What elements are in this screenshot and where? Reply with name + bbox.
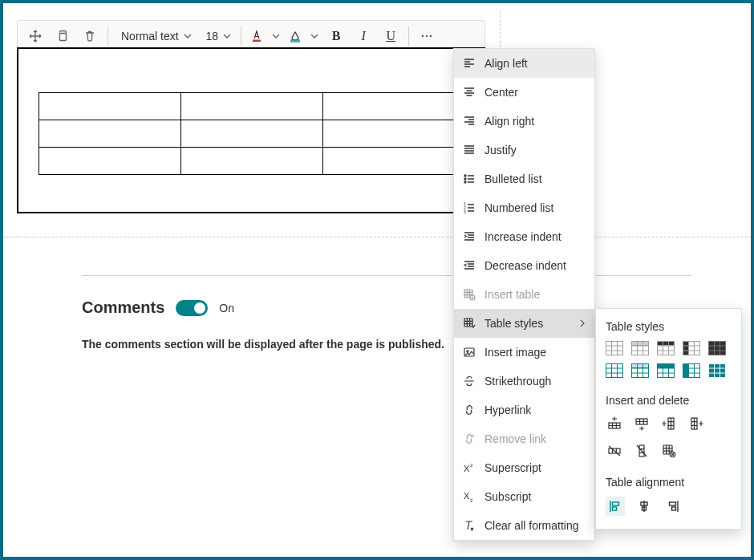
highlight-caret[interactable] (307, 23, 322, 49)
increase-indent-icon (462, 230, 476, 243)
justify-icon (462, 144, 476, 156)
menu-item-insert-image[interactable]: Insert image (454, 338, 594, 367)
svg-rect-29 (606, 364, 623, 378)
text-editor-block[interactable] (17, 47, 485, 213)
table-style-header-teal[interactable] (657, 363, 675, 378)
table-style-filled-dark[interactable] (708, 341, 726, 355)
remove-link-icon (462, 432, 476, 445)
move-icon[interactable] (22, 23, 48, 49)
underline-button[interactable]: U (378, 23, 403, 49)
delete-column-button[interactable] (633, 442, 651, 460)
text-style-select[interactable]: Normal text (113, 23, 197, 49)
svg-rect-34 (683, 364, 689, 378)
menu-item-insert-table: Insert table (454, 280, 594, 309)
table-style-column-dark[interactable] (683, 341, 700, 355)
menu-item-align-left[interactable]: Align left (454, 49, 594, 78)
comments-toggle[interactable] (176, 300, 208, 316)
text-style-label: Normal text (121, 30, 179, 43)
menu-item-increase-indent[interactable]: Increase indent (454, 222, 594, 251)
svg-rect-46 (613, 507, 617, 510)
hyperlink-icon (462, 404, 476, 416)
menu-item-bulleted-list[interactable]: Bulleted list (454, 164, 594, 193)
delete-row-button[interactable] (606, 442, 623, 460)
table-style-header-light[interactable] (631, 341, 649, 355)
bulleted-list-icon (462, 172, 476, 185)
menu-item-superscript[interactable]: X2 Superscript (454, 453, 594, 482)
separator (241, 26, 241, 46)
highlight-button[interactable] (285, 23, 306, 49)
delete-table-button[interactable] (660, 442, 678, 460)
table-row[interactable] (39, 148, 465, 175)
table-align-right-button[interactable] (663, 497, 683, 516)
more-button[interactable] (414, 23, 440, 49)
separator (107, 26, 108, 46)
menu-item-align-right[interactable]: Align right (454, 107, 594, 136)
table-align-left-button[interactable] (606, 497, 625, 516)
separator (408, 26, 409, 46)
menu-item-remove-link: Remove link (454, 424, 594, 453)
menu-item-table-styles[interactable]: Table styles (454, 309, 594, 338)
svg-point-16 (467, 351, 468, 352)
toggle-label: On (219, 302, 234, 314)
table-alignment-grid (606, 497, 732, 516)
svg-rect-30 (632, 364, 649, 368)
table-style-filled-teal[interactable] (708, 363, 726, 378)
font-color-caret[interactable] (269, 23, 283, 49)
content-table[interactable] (39, 92, 465, 175)
menu-item-decrease-indent[interactable]: Decrease indent (454, 251, 594, 280)
menu-item-strikethrough[interactable]: Strikethrough (454, 367, 594, 396)
table-style-column-teal[interactable] (683, 363, 700, 378)
svg-rect-24 (658, 342, 675, 346)
chevron-down-icon (223, 32, 231, 40)
table-style-plain[interactable] (606, 341, 623, 355)
align-right-icon (462, 115, 476, 128)
decrease-indent-icon (462, 259, 476, 272)
formatting-menu: Align left Center Align right Justify Bu… (453, 48, 595, 541)
chevron-right-icon (578, 317, 586, 330)
table-style-header-dark[interactable] (657, 341, 675, 355)
insert-table-icon (462, 288, 476, 301)
table-row[interactable] (39, 120, 465, 148)
menu-item-clear-formatting[interactable]: Clear all formatting (454, 511, 594, 540)
insert-row-below-button[interactable] (633, 415, 651, 432)
svg-point-4 (426, 35, 428, 38)
bold-button[interactable]: B (323, 23, 349, 49)
menu-item-numbered-list[interactable]: 1 2 3 Numbered list (454, 193, 594, 222)
clear-formatting-icon (462, 519, 476, 532)
guide-horizontal-left (3, 237, 452, 237)
svg-text:2: 2 (470, 498, 473, 503)
menu-item-subscript[interactable]: X2 Subscript (454, 482, 594, 511)
submenu-section-styles: Table styles (606, 320, 732, 333)
table-styles-icon (462, 317, 476, 330)
menu-item-hyperlink[interactable]: Hyperlink (454, 396, 594, 424)
svg-text:X: X (464, 464, 470, 473)
svg-point-5 (430, 35, 432, 38)
svg-point-8 (464, 181, 466, 183)
submenu-section-alignment: Table alignment (606, 476, 732, 489)
menu-item-center[interactable]: Center (454, 78, 594, 107)
font-color-button[interactable] (246, 23, 267, 49)
svg-rect-28 (709, 342, 726, 355)
submenu-section-insert-delete: Insert and delete (606, 394, 732, 407)
font-size-label: 18 (206, 30, 219, 43)
table-row[interactable] (39, 93, 465, 120)
insert-column-left-button[interactable] (660, 415, 678, 432)
guide-horizontal-right (595, 237, 754, 237)
table-align-center-button[interactable] (634, 497, 654, 516)
font-size-select[interactable]: 18 (198, 23, 237, 49)
svg-rect-49 (670, 502, 676, 505)
svg-text:X: X (464, 491, 470, 501)
insert-row-above-button[interactable] (606, 415, 623, 432)
insert-column-right-button[interactable] (687, 415, 705, 432)
svg-point-3 (422, 35, 424, 38)
divider (82, 275, 691, 276)
table-style-plain-teal[interactable] (606, 363, 623, 378)
svg-rect-32 (658, 364, 675, 368)
copy-icon[interactable] (50, 23, 75, 49)
delete-icon[interactable] (77, 23, 103, 49)
table-style-header-light-teal[interactable] (631, 363, 649, 378)
strikethrough-icon (462, 375, 476, 388)
italic-button[interactable]: I (351, 23, 376, 49)
menu-item-justify[interactable]: Justify (454, 136, 594, 164)
svg-rect-0 (60, 34, 67, 41)
